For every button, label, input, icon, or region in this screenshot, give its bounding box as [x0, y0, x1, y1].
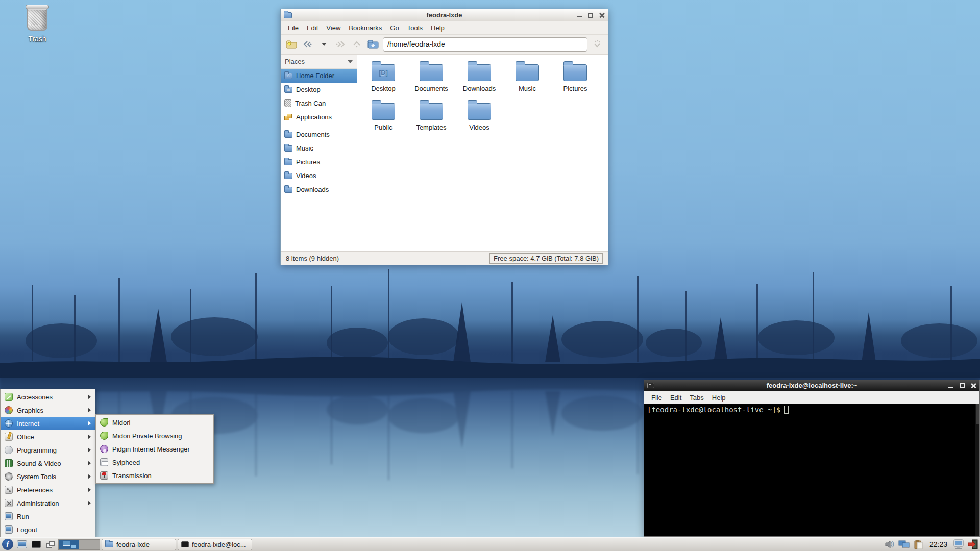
sidebar-item-music[interactable]: Music: [281, 141, 357, 155]
sidebar-item-pictures[interactable]: Pictures: [281, 155, 357, 169]
menu-tabs[interactable]: Tabs: [685, 391, 707, 404]
menu-help[interactable]: Help: [427, 21, 449, 34]
menu-item-logout[interactable]: Logout: [1, 523, 95, 536]
go-button[interactable]: [591, 38, 604, 51]
lock-screen-button[interactable]: [952, 538, 965, 551]
workspace-pager[interactable]: [58, 539, 100, 550]
start-menu-button[interactable]: f: [1, 538, 14, 551]
forward-button[interactable]: [334, 38, 347, 51]
desktop-trash-shortcut[interactable]: Trash: [14, 7, 60, 43]
submenu-item-midori-private[interactable]: Midori Private Browsing: [96, 429, 213, 442]
sidebar-item-trash-can[interactable]: Trash Can: [281, 96, 357, 110]
internet-icon: [5, 419, 13, 428]
speaker-icon: [885, 540, 895, 549]
submenu-arrow-icon: [88, 434, 91, 439]
menu-item-system-tools[interactable]: System Tools: [1, 470, 95, 483]
clipboard-manager[interactable]: [912, 538, 925, 551]
workspace-1[interactable]: [59, 540, 79, 549]
terminal-screen[interactable]: [feodra-lxde@localhost-live ~]$: [644, 404, 979, 536]
submenu-item-midori[interactable]: Midori: [96, 416, 213, 429]
menu-item-preferences[interactable]: Preferences: [1, 483, 95, 496]
close-button[interactable]: [970, 383, 976, 389]
minimize-button[interactable]: [948, 383, 954, 389]
submenu-item-transmission[interactable]: Transmission: [96, 469, 213, 482]
scrollbar-thumb[interactable]: [976, 404, 979, 424]
run-icon: [5, 512, 13, 520]
menu-item-office[interactable]: Office: [1, 430, 95, 443]
menu-file[interactable]: File: [284, 21, 303, 34]
items-count: 8 items (9 hidden): [286, 255, 339, 262]
folder-item-videos[interactable]: Videos: [455, 98, 503, 137]
menu-tools[interactable]: Tools: [403, 21, 427, 34]
menu-go[interactable]: Go: [386, 21, 403, 34]
folder-icon: [D]: [372, 64, 395, 81]
terminal-icon: [32, 541, 41, 548]
folder-item-music[interactable]: Music: [503, 60, 551, 98]
clock[interactable]: 22:23: [926, 540, 950, 548]
programming-icon: [5, 446, 13, 454]
submenu-arrow-icon: [88, 474, 91, 479]
menu-edit[interactable]: Edit: [303, 21, 322, 34]
folder-item-pictures[interactable]: Pictures: [551, 60, 599, 98]
menu-item-programming[interactable]: Programming: [1, 443, 95, 457]
volume-control[interactable]: [884, 538, 896, 551]
task-button-terminal[interactable]: feodra-lxde@loc...: [178, 539, 252, 550]
file-manager-titlebar[interactable]: feodra-lxde: [281, 9, 608, 21]
submenu-arrow-icon: [88, 421, 91, 426]
folder-icon: [284, 132, 292, 138]
submenu-item-pidgin[interactable]: Pidgin Internet Messenger: [96, 442, 213, 456]
maximize-button[interactable]: [587, 12, 594, 18]
home-button[interactable]: [366, 38, 380, 51]
network-monitors-icon: [898, 540, 910, 549]
workspace-2[interactable]: [79, 540, 100, 549]
folder-item-desktop[interactable]: [D] Desktop: [359, 60, 407, 98]
maximize-button[interactable]: [959, 383, 965, 389]
menu-help[interactable]: Help: [708, 391, 730, 404]
terminal-titlebar[interactable]: feodra-lxde@localhost-live:~: [644, 380, 979, 391]
terminal-launcher[interactable]: [30, 538, 42, 551]
application-menu: Accessories Graphics Internet Office Pro…: [0, 389, 95, 538]
minimize-button[interactable]: [576, 12, 582, 18]
places-sidebar: Places ⌂ Home Folder Desktop Trash Can: [281, 55, 357, 251]
sidebar-item-downloads[interactable]: Downloads: [281, 183, 357, 196]
terminal-scrollbar[interactable]: [975, 404, 979, 536]
folder-icon: [284, 173, 292, 179]
menu-bookmarks[interactable]: Bookmarks: [345, 21, 386, 34]
sidebar-item-home-folder[interactable]: ⌂ Home Folder: [281, 69, 357, 83]
file-manager-window: feodra-lxde File Edit View Bookmarks Go …: [280, 9, 608, 265]
menu-edit[interactable]: Edit: [666, 391, 685, 404]
menu-view[interactable]: View: [322, 21, 345, 34]
menu-item-graphics[interactable]: Graphics: [1, 404, 95, 417]
folder-item-public[interactable]: Public: [359, 98, 407, 137]
network-status[interactable]: [898, 538, 911, 551]
submenu-arrow-icon: [88, 461, 91, 466]
trash-label: Trash: [14, 35, 60, 43]
close-button[interactable]: [599, 12, 605, 18]
menu-item-internet[interactable]: Internet: [1, 417, 95, 430]
menu-item-administration[interactable]: Administration: [1, 496, 95, 510]
folder-item-downloads[interactable]: Downloads: [455, 60, 503, 98]
terminal-icon: [647, 383, 654, 388]
menu-item-run[interactable]: Run: [1, 510, 95, 523]
history-dropdown-button[interactable]: [317, 38, 331, 51]
new-tab-button[interactable]: [285, 38, 298, 51]
menu-item-accessories[interactable]: Accessories: [1, 390, 95, 404]
sidebar-item-desktop[interactable]: Desktop: [281, 83, 357, 96]
minimize-all-button[interactable]: [44, 538, 57, 551]
places-header[interactable]: Places: [281, 55, 357, 69]
sidebar-item-videos[interactable]: Videos: [281, 169, 357, 183]
back-button[interactable]: [301, 38, 314, 51]
submenu-item-sylpheed[interactable]: Sylpheed: [96, 456, 213, 469]
folder-item-templates[interactable]: Templates: [407, 98, 455, 137]
menu-item-sound-video[interactable]: Sound & Video: [1, 457, 95, 470]
menu-file[interactable]: File: [647, 391, 666, 404]
up-button[interactable]: [350, 38, 363, 51]
logout-icon: [5, 525, 13, 534]
path-input[interactable]: [383, 37, 587, 52]
folder-item-documents[interactable]: Documents: [407, 60, 455, 98]
sidebar-item-applications[interactable]: Applications: [281, 110, 357, 124]
file-manager-launcher[interactable]: [15, 538, 28, 551]
logout-button[interactable]: [966, 538, 979, 551]
task-button-file-manager[interactable]: feodra-lxde: [102, 539, 176, 550]
sidebar-item-documents[interactable]: Documents: [281, 128, 357, 141]
